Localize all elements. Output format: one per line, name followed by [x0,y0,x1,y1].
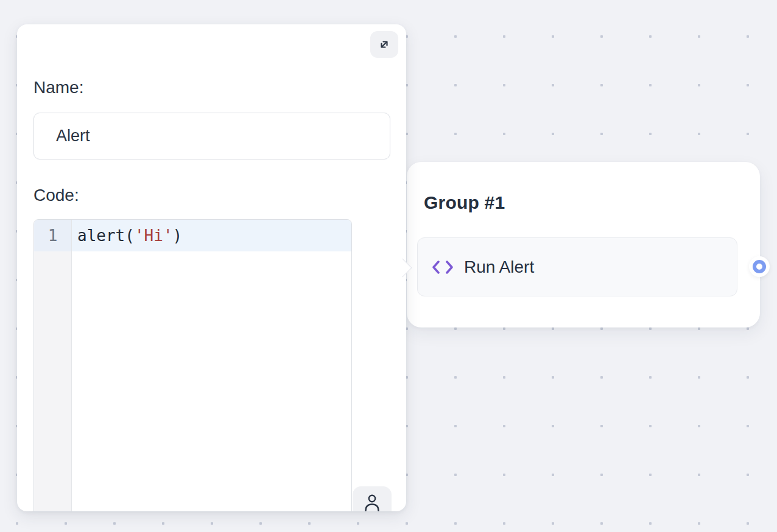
node-item-label: Run Alert [464,257,534,277]
line-number-gutter: 1 [34,220,72,511]
code-token-string: 'Hi' [135,226,173,245]
group-node-card[interactable]: Group #1 Run Alert [407,162,760,327]
flow-canvas[interactable]: Group #1 Run Alert Name: [0,0,777,532]
code-token: ) [173,226,183,245]
expand-diagonal-icon [377,37,392,52]
user-button[interactable] [353,486,392,511]
code-line-1[interactable]: alert('Hi') [72,220,351,251]
name-label: Name: [33,78,83,97]
person-icon [364,494,381,511]
code-area[interactable]: alert('Hi') [72,220,351,511]
code-brackets-icon [432,260,453,275]
name-input[interactable] [33,113,390,159]
output-connection-handle[interactable] [753,260,766,273]
code-token: alert( [77,226,135,245]
code-label: Code: [33,186,79,205]
group-title: Group #1 [424,192,505,213]
node-item-run-alert[interactable]: Run Alert [417,237,737,296]
line-number: 1 [34,220,71,251]
node-editor-panel: Name: Code: 1 alert('Hi') [17,24,406,511]
expand-button[interactable] [370,31,398,58]
code-editor[interactable]: 1 alert('Hi') [33,219,352,511]
